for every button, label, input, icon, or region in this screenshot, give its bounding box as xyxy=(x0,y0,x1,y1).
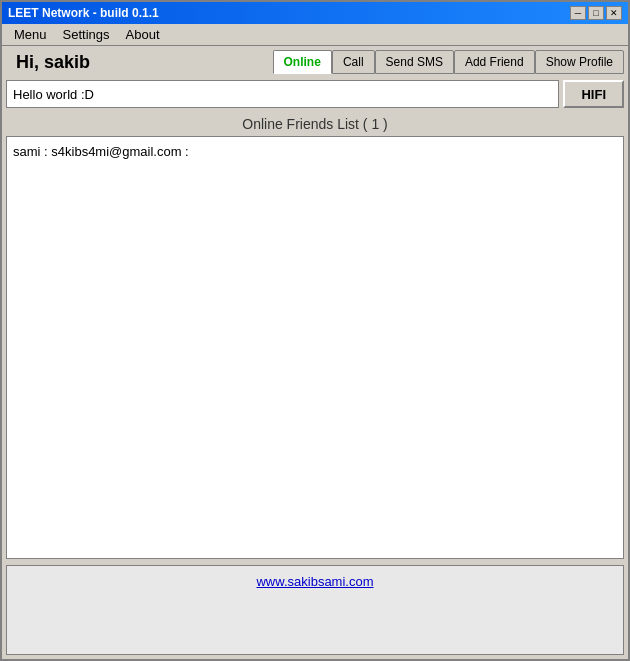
tab-online[interactable]: Online xyxy=(273,50,332,74)
close-button[interactable]: ✕ xyxy=(606,6,622,20)
message-row: HIFI xyxy=(6,80,624,108)
menu-item-settings[interactable]: Settings xyxy=(55,25,118,44)
maximize-button[interactable]: □ xyxy=(588,6,604,20)
tab-send-sms[interactable]: Send SMS xyxy=(375,50,454,74)
minimize-button[interactable]: ─ xyxy=(570,6,586,20)
app-window: LEET Network - build 0.1.1 ─ □ ✕ Menu Se… xyxy=(0,0,630,661)
title-bar-controls: ─ □ ✕ xyxy=(570,6,622,20)
tab-show-profile[interactable]: Show Profile xyxy=(535,50,624,74)
tab-call[interactable]: Call xyxy=(332,50,375,74)
friends-section: Online Friends List ( 1 ) sami : s4kibs4… xyxy=(6,116,624,559)
greeting-label: Hi, sakib xyxy=(6,52,90,73)
menu-item-menu[interactable]: Menu xyxy=(6,25,55,44)
top-section: Hi, sakib Online Call Send SMS Add Frien… xyxy=(6,50,624,74)
hifi-button[interactable]: HIFI xyxy=(563,80,624,108)
main-content: Hi, sakib Online Call Send SMS Add Frien… xyxy=(2,46,628,659)
menu-bar: Menu Settings About xyxy=(2,24,628,46)
window-title: LEET Network - build 0.1.1 xyxy=(8,6,159,20)
message-input[interactable] xyxy=(6,80,559,108)
friends-list-title: Online Friends List ( 1 ) xyxy=(6,116,624,132)
tab-add-friend[interactable]: Add Friend xyxy=(454,50,535,74)
title-bar: LEET Network - build 0.1.1 ─ □ ✕ xyxy=(2,2,628,24)
friends-list-box: sami : s4kibs4mi@gmail.com : xyxy=(6,136,624,559)
list-item: sami : s4kibs4mi@gmail.com : xyxy=(13,143,617,160)
bottom-section: www.sakibsami.com xyxy=(6,565,624,655)
website-link[interactable]: www.sakibsami.com xyxy=(256,574,373,589)
nav-tabs: Online Call Send SMS Add Friend Show Pro… xyxy=(273,50,624,74)
menu-item-about[interactable]: About xyxy=(118,25,168,44)
